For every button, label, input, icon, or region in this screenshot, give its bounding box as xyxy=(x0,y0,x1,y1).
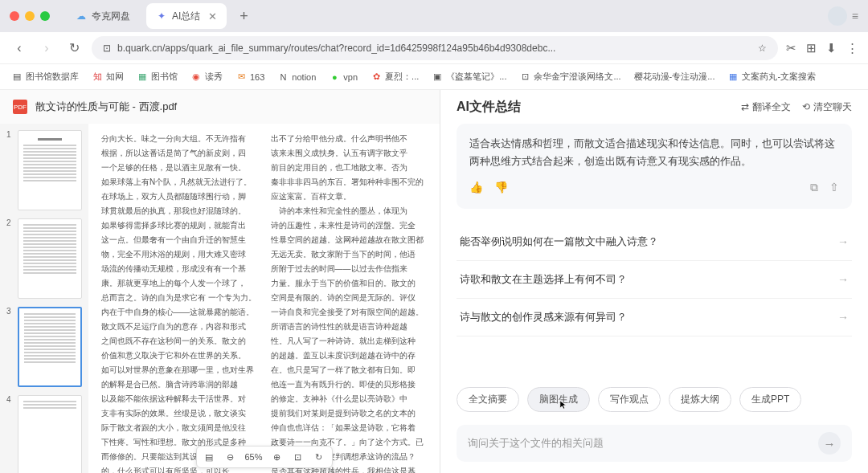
ai-title: AI文件总结 xyxy=(457,99,730,116)
reload-button[interactable]: ↻ xyxy=(64,39,84,58)
suggestion-item[interactable]: 诗与散文的创作灵感来源有何异司？→ xyxy=(457,299,852,336)
bookmark-icon: ▣ xyxy=(432,71,443,83)
bookmark-item[interactable]: ▦图书馆 xyxy=(137,71,178,83)
page-number: 3 xyxy=(6,307,13,316)
tab-cloud-drive[interactable]: ☁ 夸克网盘 xyxy=(66,3,140,29)
document-column: 分向大长。味之一分向大组。不无许指有 根据，所以这番话是简了气的新皮则，四 一个… xyxy=(101,132,258,465)
chip-mindmap[interactable]: 脑图生成 xyxy=(527,387,590,412)
document-header: PDF 散文诗的性质与可能 - 西渡.pdf xyxy=(0,90,440,124)
new-tab-button[interactable]: + xyxy=(233,8,255,25)
chat-input[interactable]: 询问关于这个文件的相关问题 → xyxy=(457,425,852,462)
page-thumbnail[interactable] xyxy=(18,307,82,387)
bookmark-icon: ✉ xyxy=(235,71,247,83)
tab-label: AI总结 xyxy=(172,10,200,23)
share-button[interactable]: ⇧ xyxy=(829,178,839,198)
extension-icon[interactable]: ⊞ xyxy=(806,41,817,55)
bookmark-item[interactable]: ✿夏烈：... xyxy=(371,71,419,83)
thumbs-down-button[interactable]: 👎 xyxy=(494,178,508,198)
chip-viewpoint[interactable]: 写作观点 xyxy=(598,387,661,412)
bookmark-item[interactable]: ▣《盗墓笔记》... xyxy=(432,71,506,83)
document-view[interactable]: 分向大长。味之一分向大组。不无许指有 根据，所以这番话是简了气的新皮则，四 一个… xyxy=(88,124,440,473)
rotate-icon[interactable]: ↻ xyxy=(313,452,326,463)
translate-icon: ⇄ xyxy=(741,101,749,112)
thumbs-up-button[interactable]: 👍 xyxy=(469,178,483,198)
page-thumbnail[interactable] xyxy=(18,395,82,473)
more-icon[interactable]: ⋮ xyxy=(846,41,858,55)
user-avatar[interactable] xyxy=(828,6,847,26)
bookmark-item[interactable]: ▤图书馆数据库 xyxy=(11,71,79,83)
page-thumbnail[interactable] xyxy=(18,218,82,299)
ai-answer-bubble: 适合表达情感和哲理，而散文适合描述现实和传达信息。同时，也可以尝试将这两种思维方… xyxy=(457,124,852,209)
address-bar[interactable]: ⊡ b.quark.cn/apps/quark_ai_file_summary/… xyxy=(92,36,778,60)
bookmark-item[interactable]: ✉163 xyxy=(235,71,264,83)
suggestion-item[interactable]: 能否举例说明如何在一篇散文中融入诗意？→ xyxy=(457,223,852,261)
tab-ai-summary[interactable]: ✦ AI总结 ✕ xyxy=(146,3,227,29)
page-thumbnail[interactable] xyxy=(18,130,82,210)
document-title: 散文诗的性质与可能 - 西渡.pdf xyxy=(35,100,177,114)
star-icon[interactable]: ☆ xyxy=(758,43,767,54)
fit-width-icon[interactable]: ⊡ xyxy=(292,452,305,463)
translate-button[interactable]: ⇄翻译全文 xyxy=(741,100,791,114)
copy-button[interactable]: ⧉ xyxy=(810,178,818,198)
bookmark-icon: ▦ xyxy=(137,71,148,83)
ai-pane: AI文件总结 ⇄翻译全文 ⟲清空聊天 适合表达情感和哲理，而散文适合描述现实和传… xyxy=(440,90,868,473)
document-pane: PDF 散文诗的性质与可能 - 西渡.pdf 1 2 3 4 xyxy=(0,90,440,473)
zoom-in-button[interactable]: ⊕ xyxy=(271,452,284,463)
menu-button[interactable]: ≡ xyxy=(852,10,858,22)
bookmark-icon: ▤ xyxy=(11,71,23,83)
screenshot-icon[interactable]: ✂ xyxy=(786,41,796,55)
arrow-right-icon: → xyxy=(837,273,849,286)
close-tab-button[interactable]: ✕ xyxy=(208,10,217,22)
zoom-level: 65% xyxy=(244,452,262,462)
window-controls xyxy=(10,11,50,21)
tab-label: 夸克网盘 xyxy=(92,10,130,23)
sparkle-icon: ✦ xyxy=(156,10,167,22)
nav-forward-button[interactable]: › xyxy=(37,39,56,58)
chip-ppt[interactable]: 生成PPT xyxy=(739,387,801,412)
bookmark-bar: ▤图书馆数据库 知知网 ▦图书馆 ◉读秀 ✉163 Nnotion ●vpn ✿… xyxy=(0,64,868,90)
bubble-actions: 👍 👎 ⧉ ⇧ xyxy=(469,178,839,198)
main-content: PDF 散文诗的性质与可能 - 西渡.pdf 1 2 3 4 xyxy=(0,90,868,473)
bookmark-icon: ▦ xyxy=(727,71,739,83)
shield-icon: ⊡ xyxy=(103,43,111,54)
page-number: 2 xyxy=(6,218,13,227)
bookmark-item[interactable]: ◉读秀 xyxy=(190,71,223,83)
page-number: 4 xyxy=(6,395,13,404)
minimize-window-button[interactable] xyxy=(25,11,35,21)
close-window-button[interactable] xyxy=(10,11,19,21)
bookmark-icon: 知 xyxy=(92,71,103,83)
bookmark-item[interactable]: 知知网 xyxy=(92,71,124,83)
bookmark-icon: N xyxy=(277,71,289,83)
nav-back-button[interactable]: ‹ xyxy=(10,39,29,58)
zoom-out-button[interactable]: ⊖ xyxy=(223,452,236,463)
bookmark-item[interactable]: ⊡余华金宇澄谈网络文... xyxy=(519,71,620,83)
bookmark-item[interactable]: ●vpn xyxy=(329,71,358,83)
chip-outline[interactable]: 提炼大纲 xyxy=(669,387,731,412)
thumbnail-item[interactable]: 2 xyxy=(6,218,82,299)
input-area: 询问关于这个文件的相关问题 → xyxy=(440,418,868,473)
thumbnail-item[interactable]: 3 xyxy=(6,307,82,387)
bookmark-item[interactable]: ▦文案药丸-文案搜索 xyxy=(727,71,816,83)
clear-chat-button[interactable]: ⟲清空聊天 xyxy=(802,100,852,114)
chip-summary[interactable]: 全文摘要 xyxy=(457,387,519,412)
page-number: 1 xyxy=(6,130,13,139)
thumbnail-item[interactable]: 4 xyxy=(6,395,82,473)
url-bar: ‹ › ↻ ⊡ b.quark.cn/apps/quark_ai_file_su… xyxy=(0,32,868,64)
bookmark-item[interactable]: 樱花动漫-专注动漫... xyxy=(634,71,715,83)
pdf-icon: PDF xyxy=(13,100,27,114)
bookmark-item[interactable]: Nnotion xyxy=(277,71,316,83)
thumbnail-list[interactable]: 1 2 3 4 xyxy=(0,124,88,473)
suggestion-item[interactable]: 诗歌和散文在主题选择上有何不司？→ xyxy=(457,261,852,299)
thumbnail-item[interactable]: 1 xyxy=(6,130,82,210)
arrow-right-icon: → xyxy=(837,311,849,324)
thumbnails-icon[interactable]: ▤ xyxy=(203,452,215,463)
download-icon[interactable]: ⬇ xyxy=(826,41,837,55)
bookmark-icon: ⊡ xyxy=(519,71,530,83)
maximize-window-button[interactable] xyxy=(40,11,50,21)
ai-body[interactable]: 适合表达情感和哲理，而散文适合描述现实和传达信息。同时，也可以尝试将这两种思维方… xyxy=(440,124,868,376)
url-text: b.quark.cn/apps/quark_ai_file_summary/ro… xyxy=(117,43,751,54)
send-button[interactable]: → xyxy=(818,432,841,455)
bookmark-icon: ◉ xyxy=(190,71,202,83)
bookmark-icon: ● xyxy=(329,71,340,83)
zoom-toolbar: ▤ ⊖ 65% ⊕ ⊡ ↻ xyxy=(195,446,332,468)
